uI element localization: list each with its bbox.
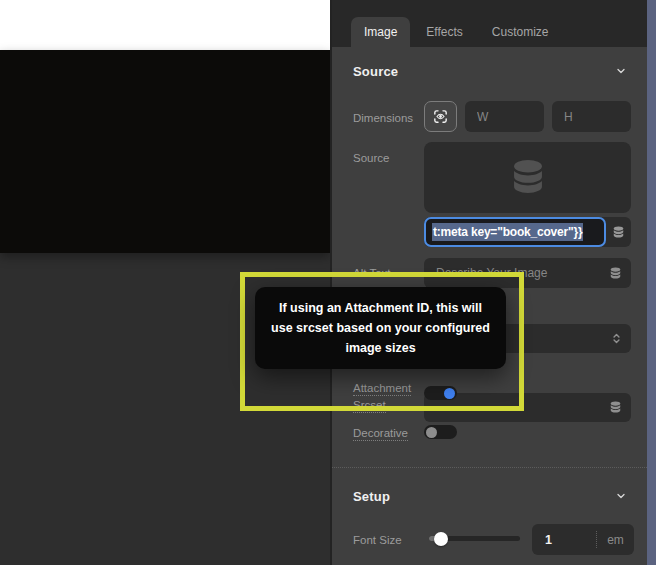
source-label: Source — [353, 152, 389, 164]
tooltip-text-line: image sizes — [345, 338, 415, 358]
source-section-header[interactable]: Source — [353, 63, 627, 79]
setup-section-title: Setup — [353, 489, 390, 504]
tab-effects[interactable]: Effects — [413, 17, 475, 47]
tooltip-text-line: use srcset based on your configured — [271, 318, 490, 338]
responsive-preview-button[interactable] — [424, 101, 457, 132]
tooltip-text-line: If using an Attachment ID, this will — [279, 298, 482, 318]
font-size-unit[interactable]: em — [596, 531, 634, 548]
dynamic-data-button[interactable] — [606, 217, 631, 247]
dimensions-controls — [424, 101, 631, 132]
canvas-page-background — [0, 0, 330, 50]
setup-section-header[interactable]: Setup — [353, 488, 627, 504]
source-section-title: Source — [353, 64, 398, 79]
viewfinder-eye-icon — [432, 108, 449, 125]
source-url-field: t:meta key="book_cover"}} — [424, 217, 631, 247]
slider-knob[interactable] — [434, 532, 448, 546]
decorative-control — [424, 425, 631, 439]
tooltip: If using an Attachment ID, this will use… — [255, 287, 506, 369]
font-size-label: Font Size — [353, 534, 402, 546]
width-input[interactable] — [465, 101, 544, 132]
image-source-preview[interactable] — [424, 142, 631, 213]
font-size-value[interactable]: 1 — [532, 533, 596, 547]
chevron-down-icon[interactable] — [615, 65, 627, 77]
source-url-input[interactable]: t:meta key="book_cover"}} — [424, 217, 606, 247]
source-url-selected-text: t:meta key="book_cover"}} — [432, 223, 583, 241]
dynamic-data-button[interactable] — [608, 258, 623, 288]
canvas-image-element[interactable] — [0, 50, 330, 253]
tab-image[interactable]: Image — [351, 17, 410, 47]
tab-customize[interactable]: Customize — [479, 17, 562, 47]
decorative-label: Decorative — [353, 425, 408, 442]
section-separator — [332, 467, 649, 468]
database-icon — [505, 156, 551, 200]
chevron-up-down-icon — [610, 324, 623, 353]
decorative-toggle[interactable] — [424, 425, 457, 439]
database-icon — [611, 225, 626, 240]
database-icon — [608, 400, 623, 415]
scrollbar-track[interactable] — [647, 0, 656, 565]
database-icon — [608, 266, 623, 281]
dimensions-label: Dimensions — [353, 112, 413, 124]
font-size-field: 1 em — [532, 524, 634, 555]
toggle-knob — [426, 427, 437, 438]
font-size-slider[interactable] — [429, 536, 520, 541]
height-input[interactable] — [552, 101, 631, 132]
chevron-down-icon[interactable] — [615, 490, 627, 502]
panel-tabbar: Image Effects Customize — [332, 0, 649, 47]
